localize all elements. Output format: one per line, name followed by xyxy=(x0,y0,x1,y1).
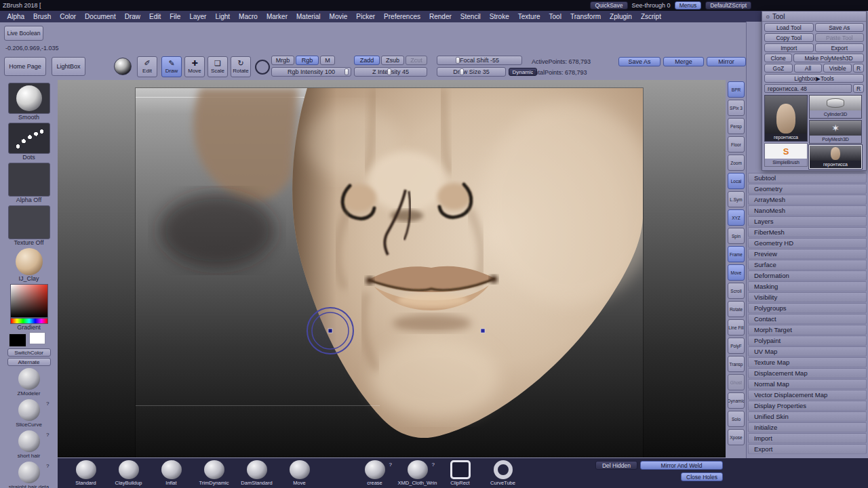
goz-button[interactable]: GoZ xyxy=(764,64,793,73)
shelf-button[interactable]: L.Sym xyxy=(728,191,745,207)
shelf-button[interactable]: Xpose xyxy=(728,429,745,445)
brush-tray-item[interactable]: Inflat xyxy=(150,460,193,486)
canvas-area[interactable] xyxy=(58,80,726,458)
tool-section-header[interactable]: Surface xyxy=(748,260,867,270)
import-button[interactable]: Import xyxy=(764,43,814,52)
tool-palette-header[interactable]: ○ Tool xyxy=(762,12,866,22)
menu-item[interactable]: Layer xyxy=(185,12,211,22)
save-as-button[interactable]: Save As xyxy=(618,57,660,66)
tool-section-header[interactable]: FiberMesh xyxy=(748,227,867,237)
merge-button[interactable]: Merge xyxy=(663,57,704,66)
tool-section-header[interactable]: Preview xyxy=(748,249,867,259)
menu-item[interactable]: Zscript xyxy=(636,12,665,22)
menu-item[interactable]: Draw xyxy=(120,12,144,22)
draw-size-slider[interactable]: Draw Size 35 xyxy=(437,67,506,77)
tool-section-header[interactable]: Layers xyxy=(748,216,867,226)
edit-button[interactable]: ✐ Edit xyxy=(137,56,157,77)
alternate-button[interactable]: Alternate xyxy=(7,358,51,366)
tool-thumb-polymesh3d[interactable]: ✶ PolyMesh3D xyxy=(809,120,862,144)
hue-bar[interactable] xyxy=(10,318,48,324)
rgb-intensity-slider[interactable]: Rgb Intensity 100 xyxy=(271,67,351,77)
material-selector[interactable]: IJ_Clay xyxy=(16,248,43,283)
tool-section-header[interactable]: Display Properties xyxy=(748,401,867,411)
del-hidden-button[interactable]: Del Hidden xyxy=(595,461,637,470)
paste-tool-button[interactable]: Paste Tool xyxy=(815,33,865,42)
sidebar-tool-item[interactable]: ? straight hair deta xyxy=(2,462,56,488)
shelf-button[interactable]: Floor xyxy=(728,136,745,152)
draw-button[interactable]: ✎ Draw xyxy=(161,56,182,77)
menu-item[interactable]: Color xyxy=(56,12,81,22)
rgb-button[interactable]: Rgb xyxy=(296,56,319,65)
shelf-button[interactable]: SPix 3 xyxy=(728,100,745,116)
tool-section-header[interactable]: Displacement Map xyxy=(748,368,867,378)
stroke-type-icon[interactable] xyxy=(255,60,270,75)
tool-section-header[interactable]: UV Map xyxy=(748,346,867,357)
menu-item[interactable]: Edit xyxy=(145,12,165,22)
home-page-button[interactable]: Home Page xyxy=(4,57,46,76)
tool-section-header[interactable]: Texture Map xyxy=(748,357,867,367)
mrgb-button[interactable]: Mrgb xyxy=(271,56,294,65)
tool-section-header[interactable]: Subtool xyxy=(748,173,867,183)
shelf-button[interactable]: Line Fill xyxy=(728,319,745,336)
stroke-selector[interactable]: Dots xyxy=(8,123,50,161)
tool-thumb-gerontissa[interactable]: геронтисса xyxy=(809,145,862,169)
menu-item[interactable]: Stroke xyxy=(485,12,513,22)
brush-tray-item[interactable]: Move xyxy=(278,460,321,486)
shelf-button[interactable]: Local xyxy=(728,173,745,189)
menu-item[interactable]: Texture xyxy=(513,12,545,22)
menu-item[interactable]: Alpha xyxy=(3,12,29,22)
tool-section-header[interactable]: Deformation xyxy=(748,270,867,281)
shelf-button[interactable]: Transp xyxy=(728,356,745,372)
shelf-button[interactable]: Dynamic xyxy=(728,392,745,409)
texture-selector[interactable]: Texture Off xyxy=(8,205,50,247)
brush-tray-item[interactable]: ? XMD_Cloth_Wrin xyxy=(396,460,439,486)
shelf-button[interactable]: Spin xyxy=(728,228,745,244)
color-picker[interactable]: Gradient xyxy=(10,284,48,331)
focal-shift-slider[interactable]: Focal Shift -55 xyxy=(437,56,522,65)
menu-item[interactable]: Brush xyxy=(29,12,56,22)
tool-section-header[interactable]: Polypaint xyxy=(748,336,867,346)
sidebar-tool-item[interactable]: ? SliceCurve xyxy=(2,399,56,428)
visible-button[interactable]: Visible xyxy=(823,64,852,73)
sidebar-tool-item[interactable]: ? short hair xyxy=(2,430,56,460)
mirror-button[interactable]: Mirror xyxy=(707,57,746,66)
tool-section-header[interactable]: Contact xyxy=(748,314,867,324)
shelf-button[interactable]: Zoom xyxy=(728,155,745,171)
menu-item[interactable]: Macro xyxy=(235,12,262,22)
tool-section-header[interactable]: Geometry HD xyxy=(748,238,867,248)
brush-tray-item[interactable]: Standard xyxy=(64,460,107,486)
tool-section-header[interactable]: Visibility xyxy=(748,292,867,302)
r-button[interactable]: R xyxy=(853,64,864,73)
copy-tool-button[interactable]: Copy Tool xyxy=(764,33,814,42)
sidebar-tool-item[interactable]: ZModeler xyxy=(2,368,56,397)
load-tool-button[interactable]: Load Tool xyxy=(764,23,814,32)
menu-item[interactable]: Marker xyxy=(262,12,292,22)
main-color-swatch[interactable] xyxy=(9,333,26,347)
menu-item[interactable]: Document xyxy=(81,12,121,22)
tool-section-header[interactable]: Polygroups xyxy=(748,303,867,313)
tool-name-r-button[interactable]: R xyxy=(853,84,864,93)
menu-item[interactable]: Tool xyxy=(545,12,566,22)
zsub-button[interactable]: Zsub xyxy=(381,56,404,65)
tool-name-field[interactable]: геронтисса. 48 xyxy=(764,84,852,93)
zadd-button[interactable]: Zadd xyxy=(354,56,380,65)
lightbox-button[interactable]: LightBox xyxy=(52,57,85,76)
lightbox-tools-button[interactable]: Lightbox▶Tools xyxy=(764,74,864,83)
live-boolean-button[interactable]: Live Boolean xyxy=(4,26,43,41)
shelf-button[interactable]: Move xyxy=(728,264,745,281)
menu-item[interactable]: Picker xyxy=(352,12,380,22)
move-button[interactable]: ✚ Move xyxy=(184,56,205,77)
tool-section-header[interactable]: Initialize xyxy=(748,422,867,432)
document-viewport[interactable] xyxy=(136,88,643,458)
help-icon[interactable]: ? xyxy=(46,463,49,469)
help-icon[interactable]: ? xyxy=(432,462,435,468)
shelf-button[interactable]: Ghost xyxy=(728,374,745,390)
save-as-tool-button[interactable]: Save As xyxy=(815,23,865,32)
brush-selector[interactable]: Smooth xyxy=(8,83,50,121)
menus-button[interactable]: Menus xyxy=(675,1,702,9)
help-icon[interactable]: ? xyxy=(46,401,49,407)
mirror-and-weld-button[interactable]: Mirror And Weld xyxy=(640,461,723,470)
help-icon[interactable]: ? xyxy=(46,432,49,438)
shelf-button[interactable]: Frame xyxy=(728,246,745,262)
tool-section-header[interactable]: Geometry xyxy=(748,184,867,194)
